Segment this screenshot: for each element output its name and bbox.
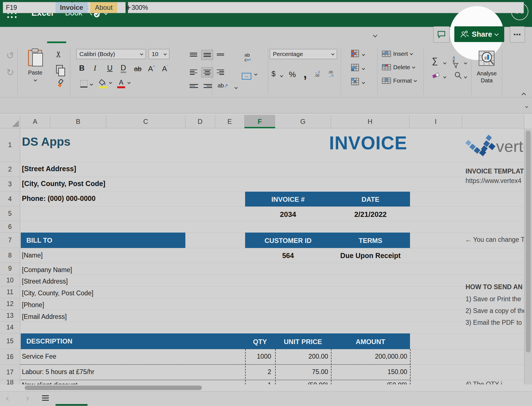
clear-chevron-icon[interactable] xyxy=(444,74,446,79)
column-header-b[interactable]: B xyxy=(50,115,106,128)
strikethrough-button[interactable]: ab xyxy=(134,65,142,73)
row-header-15[interactable]: 15 xyxy=(0,333,20,349)
column-header-a[interactable]: A xyxy=(20,115,50,128)
align-left-button[interactable] xyxy=(188,67,199,77)
column-header-f-selected[interactable]: F xyxy=(245,115,275,128)
sheet-nav-right-chevron-icon[interactable] xyxy=(25,396,28,401)
ribbon-options-button[interactable]: ••• xyxy=(510,26,525,43)
copy-icon[interactable] xyxy=(56,65,65,76)
row-header-5[interactable]: 5 xyxy=(0,207,20,221)
share-button[interactable]: Share xyxy=(454,26,504,42)
conditional-formatting-button[interactable] xyxy=(351,50,359,57)
format-as-table-chevron-icon[interactable] xyxy=(362,66,365,71)
sheet-nav-left-chevron-icon[interactable] xyxy=(7,396,10,401)
row-header-11[interactable]: 11 xyxy=(0,286,20,298)
text-orientation-button[interactable]: ab↗ xyxy=(218,82,228,89)
find-select-button[interactable] xyxy=(454,71,462,81)
decrease-decimal-button[interactable]: .00→0 xyxy=(328,71,333,77)
decrease-indent-button[interactable]: ← xyxy=(190,84,198,88)
align-bottom-button[interactable] xyxy=(215,50,226,59)
comma-style-button[interactable]: , xyxy=(303,67,307,81)
delete-cells-button[interactable]: Delete xyxy=(382,64,415,71)
align-top-button[interactable] xyxy=(188,50,199,59)
autosum-chevron-icon[interactable] xyxy=(444,60,446,65)
column-header-h[interactable]: H xyxy=(331,115,409,128)
clear-button[interactable] xyxy=(431,72,440,80)
analyse-data-button[interactable]: AnalyseData xyxy=(477,50,497,84)
sort-filter-chevron-icon[interactable] xyxy=(464,60,467,65)
expand-formula-bar-chevron-icon[interactable] xyxy=(526,104,528,109)
font-size-select[interactable]: 10 xyxy=(149,49,169,59)
column-header-c[interactable]: C xyxy=(106,115,185,128)
select-all-corner[interactable] xyxy=(0,115,20,128)
fill-color-button[interactable] xyxy=(99,79,107,88)
column-header-e[interactable]: E xyxy=(215,115,245,128)
format-cells-button[interactable]: Format xyxy=(382,77,416,84)
cell-styles-button[interactable] xyxy=(351,78,359,85)
cell-styles-chevron-icon[interactable] xyxy=(362,80,365,85)
wrap-text-button[interactable]: ab c↩ xyxy=(245,53,251,62)
sheet-list-menu-icon[interactable] xyxy=(42,395,49,401)
format-as-table-button[interactable] xyxy=(351,64,359,71)
sheet-tab-about[interactable]: About xyxy=(90,2,117,13)
underline-button[interactable]: U xyxy=(107,64,113,73)
number-format-select[interactable]: Percentage xyxy=(270,49,337,59)
row-header-17[interactable]: 17 xyxy=(0,365,20,380)
row-header-6[interactable]: 6 xyxy=(0,221,20,233)
brand-url[interactable]: https://www.vertex4 xyxy=(466,177,521,185)
collapse-ribbon-chevron-icon[interactable] xyxy=(522,92,525,98)
double-underline-button[interactable]: D xyxy=(121,64,126,73)
bold-button[interactable]: B xyxy=(79,64,85,73)
shrink-font-button[interactable]: Aˇ xyxy=(162,64,168,73)
row-header-14[interactable]: 14 xyxy=(0,322,20,333)
increase-indent-button[interactable]: → xyxy=(204,84,212,88)
align-middle-button[interactable] xyxy=(201,50,213,60)
fill-color-chevron-icon[interactable] xyxy=(109,80,112,85)
row-header-4[interactable]: 4 xyxy=(0,192,20,207)
font-color-button[interactable]: A xyxy=(117,78,125,88)
undo-icon[interactable]: ↺ xyxy=(6,50,14,61)
accounting-format-button[interactable]: $ xyxy=(271,69,275,78)
row-header-7[interactable]: 7 xyxy=(0,233,20,248)
row-header-10[interactable]: 10 xyxy=(0,275,20,286)
italic-button[interactable]: I xyxy=(94,64,96,73)
paste-button[interactable]: Paste xyxy=(28,50,42,82)
sheet-tab-invoice[interactable]: Invoice xyxy=(56,2,87,13)
row-header-3[interactable]: 3 xyxy=(0,177,20,192)
vertical-scrollbar-thumb[interactable] xyxy=(526,131,531,352)
column-header-g[interactable]: G xyxy=(275,115,331,128)
cut-scissors-icon[interactable]: ✂ xyxy=(54,51,63,58)
sort-filter-button[interactable]: AZ xyxy=(453,56,458,71)
row-header-2[interactable]: 2 xyxy=(0,162,20,177)
redo-icon[interactable]: ↺ xyxy=(6,67,14,78)
autosum-button[interactable]: ∑ xyxy=(432,56,438,66)
horizontal-scrollbar-thumb[interactable] xyxy=(25,386,202,390)
find-select-chevron-icon[interactable] xyxy=(464,74,467,79)
row-header-8[interactable]: 8 xyxy=(0,248,20,263)
increase-decimal-button[interactable]: ←0.00 xyxy=(315,71,320,77)
row-header-1[interactable]: 1 xyxy=(0,128,20,162)
sheet-canvas[interactable]: DS Apps [Street Address] [City, County, … xyxy=(20,128,524,384)
grow-font-button[interactable]: A^ xyxy=(148,64,155,73)
align-right-button[interactable] xyxy=(215,67,226,77)
insert-cells-button[interactable]: Insert xyxy=(382,50,413,57)
column-header-i[interactable]: I xyxy=(409,115,462,128)
borders-button[interactable] xyxy=(80,80,93,89)
row-header-12[interactable]: 12 xyxy=(0,298,20,310)
row-header-16[interactable]: 16 xyxy=(0,349,20,365)
align-center-button[interactable] xyxy=(201,67,213,77)
font-color-chevron-icon[interactable] xyxy=(128,80,130,85)
font-name-select[interactable]: Calibri (Body) xyxy=(76,49,146,59)
add-sheet-button[interactable]: + xyxy=(123,2,134,13)
conditional-formatting-chevron-icon[interactable] xyxy=(362,52,365,57)
row-header-18[interactable]: 18 xyxy=(0,380,20,384)
orientation-chevron-icon[interactable] xyxy=(235,85,237,90)
comments-button[interactable] xyxy=(433,26,450,43)
accounting-chevron-icon[interactable] xyxy=(280,73,283,78)
merge-center-button[interactable]: ↔ xyxy=(242,73,257,80)
row-header-9[interactable]: 9 xyxy=(0,263,20,275)
column-header-d[interactable]: D xyxy=(185,115,215,128)
percent-style-button[interactable]: % xyxy=(289,70,296,79)
format-painter-icon[interactable] xyxy=(56,79,65,90)
row-header-13[interactable]: 13 xyxy=(0,310,20,322)
